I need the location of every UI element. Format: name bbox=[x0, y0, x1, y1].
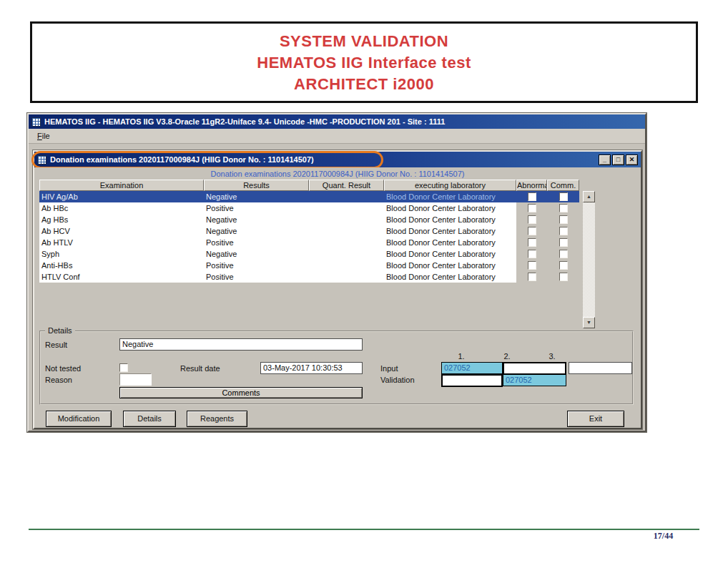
comm-checkbox[interactable] bbox=[559, 261, 568, 270]
input-field-3[interactable] bbox=[569, 362, 632, 374]
not-tested-checkbox[interactable] bbox=[119, 363, 128, 372]
validation-field-1[interactable] bbox=[441, 374, 503, 387]
examination-cell: Ab HCV bbox=[39, 225, 204, 237]
minimize-icon[interactable]: _ bbox=[599, 155, 611, 165]
examination-cell: Ab HTLV bbox=[39, 237, 204, 248]
column-header-abnormal[interactable]: Abnormal bbox=[516, 180, 547, 191]
reason-field[interactable] bbox=[119, 373, 152, 386]
table-row[interactable]: Ag HBs Negative Blood Donor Center Labor… bbox=[39, 214, 579, 225]
table-row[interactable]: Syph Negative Blood Donor Center Laborat… bbox=[39, 248, 579, 260]
maximize-icon[interactable]: □ bbox=[612, 155, 624, 165]
comm-cell bbox=[547, 225, 579, 237]
table-scrollbar[interactable]: ▲ ▼ bbox=[583, 191, 595, 328]
abnormal-checkbox[interactable] bbox=[528, 204, 536, 212]
footer-rule bbox=[29, 529, 699, 530]
result-date-label: Result date bbox=[180, 364, 220, 373]
laboratory-cell: Blood Donor Center Laboratory bbox=[384, 248, 516, 260]
donation-subtitle: Donation examinations 2020117000984J (HI… bbox=[34, 170, 641, 178]
column-header-comm[interactable]: Comm. bbox=[547, 180, 579, 191]
examination-cell: HTLV Conf bbox=[39, 271, 204, 283]
results-cell: Negative bbox=[204, 248, 309, 260]
app-title-bar: HEMATOS IIG - HEMATOS IIG V3.8-Oracle 11… bbox=[29, 114, 645, 129]
details-group-label: Details bbox=[45, 326, 75, 335]
scroll-down-icon[interactable]: ▼ bbox=[583, 317, 595, 328]
examination-cell: Anti-HBs bbox=[39, 260, 204, 271]
comm-checkbox[interactable] bbox=[559, 227, 568, 235]
column-header-quant-result[interactable]: Quant. Result bbox=[309, 180, 384, 191]
validation-title-box: SYSTEM VALIDATION HEMATOS IIG Interface … bbox=[30, 21, 698, 103]
comm-checkbox[interactable] bbox=[559, 204, 568, 212]
quant-result-cell bbox=[309, 202, 384, 214]
column-header-examination[interactable]: Examination bbox=[39, 180, 204, 191]
title-line-1: SYSTEM VALIDATION bbox=[32, 31, 696, 52]
result-date-field[interactable]: 03-May-2017 10:30:53 bbox=[260, 362, 363, 374]
app-icon bbox=[31, 117, 41, 127]
table-row[interactable]: HTLV Conf Positive Blood Donor Center La… bbox=[39, 271, 579, 283]
comm-cell bbox=[547, 202, 579, 214]
abnormal-cell bbox=[516, 225, 547, 237]
abnormal-checkbox[interactable] bbox=[528, 238, 536, 247]
column-number-3: 3. bbox=[544, 352, 560, 361]
column-header-results[interactable]: Results bbox=[204, 180, 309, 191]
abnormal-checkbox[interactable] bbox=[528, 227, 536, 235]
results-cell: Positive bbox=[204, 260, 309, 271]
window-controls: _ □ ✕ bbox=[599, 155, 638, 165]
abnormal-checkbox[interactable] bbox=[528, 273, 536, 281]
laboratory-cell: Blood Donor Center Laboratory bbox=[384, 237, 516, 248]
abnormal-checkbox[interactable] bbox=[528, 261, 536, 270]
table-row[interactable]: Anti-HBs Positive Blood Donor Center Lab… bbox=[39, 260, 579, 271]
title-line-2: HEMATOS IIG Interface test bbox=[32, 52, 696, 74]
results-cell: Negative bbox=[204, 225, 309, 237]
details-button[interactable]: Details bbox=[123, 411, 176, 427]
close-icon[interactable]: ✕ bbox=[626, 155, 638, 165]
comm-checkbox[interactable] bbox=[559, 192, 568, 201]
examination-cell: HIV Ag/Ab bbox=[39, 191, 204, 202]
abnormal-cell bbox=[516, 237, 547, 248]
title-line-3: ARCHITECT i2000 bbox=[32, 74, 696, 95]
abnormal-cell bbox=[516, 271, 547, 283]
donation-examinations-window: Donation examinations 2020117000984J (HI… bbox=[33, 150, 642, 429]
table-row[interactable]: Ab HTLV Positive Blood Donor Center Labo… bbox=[39, 237, 579, 248]
menu-file[interactable]: File bbox=[34, 130, 54, 142]
table-row[interactable]: Ab HBc Positive Blood Donor Center Labor… bbox=[39, 202, 579, 214]
abnormal-cell bbox=[516, 248, 547, 260]
result-field[interactable]: Negative bbox=[119, 338, 363, 351]
abnormal-checkbox[interactable] bbox=[528, 250, 536, 258]
app-window: HEMATOS IIG - HEMATOS IIG V3.8-Oracle 11… bbox=[27, 113, 646, 432]
laboratory-cell: Blood Donor Center Laboratory bbox=[384, 214, 516, 225]
comm-cell bbox=[547, 237, 579, 248]
quant-result-cell bbox=[309, 191, 384, 202]
quant-result-cell bbox=[309, 248, 384, 260]
abnormal-cell bbox=[516, 202, 547, 214]
comm-checkbox[interactable] bbox=[559, 273, 568, 281]
abnormal-checkbox[interactable] bbox=[528, 192, 536, 201]
abnormal-checkbox[interactable] bbox=[528, 215, 536, 224]
exit-button[interactable]: Exit bbox=[567, 411, 624, 427]
reagents-button[interactable]: Reagents bbox=[187, 411, 247, 427]
modification-button[interactable]: Modification bbox=[46, 411, 112, 427]
quant-result-cell bbox=[309, 237, 384, 248]
comm-checkbox[interactable] bbox=[559, 238, 568, 247]
comm-cell bbox=[547, 248, 579, 260]
comm-checkbox[interactable] bbox=[559, 215, 568, 224]
comm-checkbox[interactable] bbox=[559, 250, 568, 258]
column-header-executing-laboratory[interactable]: executing laboratory bbox=[384, 180, 516, 191]
results-cell: Negative bbox=[204, 191, 309, 202]
laboratory-cell: Blood Donor Center Laboratory bbox=[384, 191, 516, 202]
input-field-1[interactable]: 027052 bbox=[441, 362, 503, 374]
child-window-icon bbox=[37, 155, 46, 165]
quant-result-cell bbox=[309, 271, 384, 283]
abnormal-cell bbox=[516, 191, 547, 202]
result-label: Result bbox=[45, 341, 67, 349]
comments-button[interactable]: Comments bbox=[119, 387, 363, 398]
comm-cell bbox=[547, 214, 579, 225]
input-field-2[interactable] bbox=[503, 362, 566, 375]
scroll-up-icon[interactable]: ▲ bbox=[583, 191, 595, 202]
abnormal-cell bbox=[516, 214, 547, 225]
validation-field-2[interactable]: 027052 bbox=[503, 374, 566, 386]
table-row[interactable]: Ab HCV Negative Blood Donor Center Labor… bbox=[39, 225, 579, 237]
laboratory-cell: Blood Donor Center Laboratory bbox=[384, 271, 516, 283]
reason-label: Reason bbox=[45, 376, 72, 384]
table-row[interactable]: HIV Ag/Ab Negative Blood Donor Center La… bbox=[39, 191, 579, 202]
results-cell: Negative bbox=[204, 214, 309, 225]
